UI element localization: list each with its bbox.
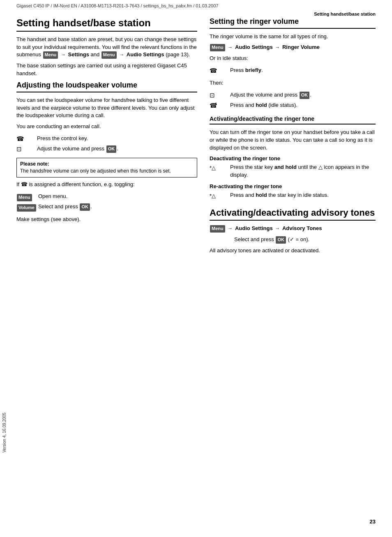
adj-toggling-table: Menu Open menu. Volume Select and press …: [16, 192, 197, 212]
right-column: Setting the ringer volume The ringer vol…: [210, 17, 376, 258]
ok-badge-adj: OK: [106, 145, 117, 153]
title-rule: [16, 31, 197, 32]
menu-badge-2: Menu: [101, 51, 117, 59]
ringer-row2-text: Adjust the volume and press OK.: [230, 90, 376, 101]
ringer-row1-text: Press briefly.: [230, 66, 376, 76]
adj-make-settings: Make settings (see above).: [16, 216, 197, 224]
ctrl-icon-inline: ☎: [21, 181, 28, 187]
adj-menu-row: Menu Open menu.: [16, 192, 197, 202]
ringer-para: The ringer volume is the same for all ty…: [210, 33, 376, 41]
adj-row-1: ☎ Press the control key.: [16, 134, 197, 144]
deact-subtitle: Deactivating the ringer tone: [210, 155, 376, 161]
please-note-box: Please note: The handsfree volume can on…: [16, 158, 197, 177]
intro-para-2: The base station settings are carried ou…: [16, 62, 197, 78]
react-subtitle: Re-activating the ringer tone: [210, 183, 376, 189]
ringer-then: Then:: [210, 79, 376, 87]
version-text: Version 4, 16.09.2005: [2, 413, 7, 452]
left-column: Setting handset/base station The handset…: [16, 17, 197, 258]
please-note-title: Please note:: [20, 161, 49, 167]
act-deact-rule: [210, 124, 376, 124]
adj-rule: [16, 92, 197, 92]
adj-if-para: If ☎ is assigned a different function, e…: [16, 181, 197, 189]
adv-rule: [210, 220, 376, 221]
ringer-title: Setting the ringer volume: [210, 17, 376, 26]
adj-row2-icon: ⊡: [16, 144, 37, 154]
adj-volume-badge-cell: Volume: [16, 202, 38, 212]
react-text: Press and hold the star key in idle stat…: [230, 191, 376, 201]
adj-para1: You can set the loudspeaker volume for h…: [16, 97, 197, 120]
ringer-row3-icon-cell: ☎̂: [210, 101, 230, 111]
deact-text: Press the star key and hold until the △ …: [230, 163, 376, 180]
ringer-row-3: ☎̂ Press and hold (idle status).: [210, 101, 376, 111]
adv-para: All advisory tones are activated or deac…: [210, 247, 376, 255]
ringer-row-1: ☎ Press briefly.: [210, 66, 376, 76]
ok-badge-adv: OK: [276, 236, 286, 244]
adv-title: Activating/deactivating advisory tones: [210, 207, 376, 218]
ok-badge-ringer: OK: [300, 92, 310, 99]
act-deact-para: You can turn off the ringer tone on your…: [210, 129, 376, 152]
react-table: *△ Press and hold the star key in idle s…: [210, 191, 376, 201]
adj-row2-text: Adjust the volume and press OK.: [37, 144, 197, 154]
adj-menu-text: Open menu.: [38, 192, 197, 202]
ringer-menu-badge: Menu: [210, 44, 225, 51]
adj-row1-text: Press the control key.: [37, 134, 197, 144]
ringer-rule: [210, 28, 376, 29]
adv-menu-line: Menu → Audio Settings → Advisory Tones: [210, 225, 376, 233]
adj-row1-icon: ☎: [16, 134, 37, 144]
ringer-row2-icon-cell: ⊡: [210, 90, 230, 101]
act-deact-title: Activating/deactivating the ringer tone: [210, 115, 376, 122]
adj-para2: You are conducting an external call.: [16, 123, 197, 131]
deact-row: *△ Press the star key and hold until the…: [210, 163, 376, 180]
adj-volume-row: Volume Select and press OK.: [16, 202, 197, 212]
adj-menu-badge-cell: Menu: [16, 192, 38, 202]
section-header-text: Setting handset/base station: [314, 12, 376, 16]
ringer-row3-text: Press and hold (idle status).: [230, 101, 376, 111]
ok-badge-vol: OK: [80, 203, 90, 211]
react-row: *△ Press and hold the star key in idle s…: [210, 191, 376, 201]
please-note-text: The handsfree volume can only be adjuste…: [20, 168, 171, 174]
adv-menu-badge: Menu: [210, 225, 225, 233]
deact-table: *△ Press the star key and hold until the…: [210, 163, 376, 180]
breadcrumb: Gigaset C450 IP / IM-Nord EN / A31008-M1…: [16, 3, 218, 8]
adj-row-2: ⊡ Adjust the volume and press OK.: [16, 144, 197, 154]
page-number: 23: [370, 519, 376, 525]
ringer-row1-icon-cell: ☎: [210, 66, 230, 76]
menu-badge-open: Menu: [17, 194, 32, 201]
ringer-table-2: ⊡ Adjust the volume and press OK. ☎̂ Pre…: [210, 90, 376, 111]
page-section-header: Setting handset/base station: [0, 10, 392, 17]
ringer-table: ☎ Press briefly.: [210, 66, 376, 76]
react-icon-cell: *△: [210, 191, 230, 201]
adj-table: ☎ Press the control key. ⊡ Adjust the vo…: [16, 134, 197, 154]
adj-volume-text: Select and press OK.: [38, 202, 197, 212]
header-bar: Gigaset C450 IP / IM-Nord EN / A31008-M1…: [0, 0, 392, 10]
menu-badge-1: Menu: [43, 51, 58, 59]
ringer-menu-line: Menu → Audio Settings → Ringer Volume: [210, 44, 376, 51]
intro-para: The handset and base station are preset,…: [16, 36, 197, 59]
deact-icon-cell: *△: [210, 163, 230, 180]
adv-select-line: Select and press OK (✓ = on).: [210, 236, 376, 244]
ringer-or: Or in idle status:: [210, 55, 376, 62]
ringer-row-2: ⊡ Adjust the volume and press OK.: [210, 90, 376, 101]
main-title: Setting handset/base station: [16, 17, 197, 29]
adj-title: Adjusting the loudspeaker volume: [16, 81, 197, 90]
volume-badge: Volume: [17, 204, 36, 212]
